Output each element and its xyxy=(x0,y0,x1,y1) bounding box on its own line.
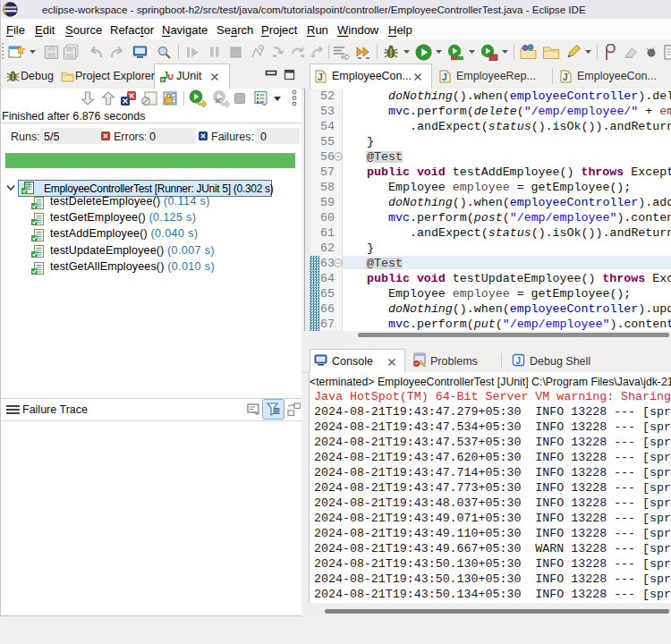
svg-text:J: J xyxy=(516,356,522,366)
svg-text:U: U xyxy=(168,72,174,81)
svg-text:J: J xyxy=(318,72,323,82)
svg-text:J: J xyxy=(563,72,568,82)
svg-text:J: J xyxy=(442,72,447,82)
